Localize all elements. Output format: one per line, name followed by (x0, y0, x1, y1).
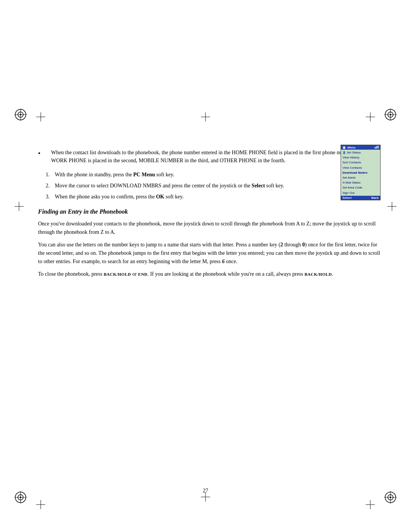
item-text-3: When the phone asks you to confirm, pres… (55, 193, 381, 201)
paragraph-2: You can also use the letters on the numb… (38, 241, 381, 265)
phone-menu-title: 📋 Menu (342, 146, 355, 149)
svg-text:📋: 📋 (342, 146, 346, 149)
phone-menu-items: 👤 Set Status View History Sort Contacts … (341, 150, 380, 196)
item-text-2: Move the cursor to select DOWNLOAD NMBRS… (55, 182, 381, 190)
page: • When the contact list downloads to the… (0, 0, 411, 532)
phone-footer: Select Back (341, 196, 380, 200)
page-number: 27 (203, 488, 208, 494)
svg-rect-25 (378, 145, 379, 149)
menu-item-set-status[interactable]: 👤 Set Status (341, 150, 380, 155)
numbered-list: 1. With the phone in standby, press the … (46, 171, 381, 201)
numbered-item-3: 3. When the phone asks you to confirm, p… (46, 193, 381, 201)
paragraph-3: To close the phonebook, press BACK/HOLD … (38, 270, 381, 278)
menu-item-view-history[interactable]: View History (341, 155, 380, 160)
bullet-section: • When the contact list downloads to the… (38, 149, 381, 165)
svg-rect-22 (374, 147, 375, 149)
phone-footer-select[interactable]: Select (342, 196, 352, 200)
numbered-item-1: 1. With the phone in standby, press the … (46, 171, 381, 179)
phone-footer-back[interactable]: Back (371, 196, 379, 200)
item-number-3: 3. (46, 193, 55, 201)
item-number-1: 1. (46, 171, 55, 179)
section-heading: Finding an Entry in the Phonebook (38, 208, 381, 215)
paragraph-1: Once you've downloaded your contacts to … (38, 220, 381, 236)
menu-item-view-contacts[interactable]: View Contacts (341, 165, 380, 170)
menu-item-sign-out[interactable]: Sign Out (341, 190, 380, 195)
numbered-item-2: 2. Move the cursor to select DOWNLOAD NM… (46, 182, 381, 190)
bullet-text: When the contact list downloads to the p… (43, 149, 381, 165)
bullet-dot: • (38, 149, 40, 159)
menu-item-mail-status[interactable]: ✉ Mail Status (341, 180, 380, 185)
mail-icon: ✉ (342, 181, 345, 185)
back-hold-text-2: BACK/HOLD (304, 272, 332, 276)
svg-rect-24 (377, 146, 378, 149)
end-text: END (138, 272, 148, 276)
svg-rect-23 (376, 147, 376, 149)
menu-item-sort-contacts[interactable]: Sort Contacts (341, 160, 380, 165)
back-hold-text-1: BACK/HOLD (104, 272, 131, 276)
item-text-1: With the phone in standby, press the PC … (55, 171, 381, 179)
phone-signal-icon (374, 145, 379, 149)
menu-item-set-area-code[interactable]: Set Area Code (341, 185, 380, 190)
phone-title-bar: 📋 Menu (341, 145, 380, 150)
item-number-2: 2. (46, 182, 55, 190)
menu-item-download-nmbrs[interactable]: Download Nmbrs (341, 170, 380, 175)
menu-item-set-alerts[interactable]: Set Alerts (341, 175, 380, 180)
person-icon: 👤 (342, 151, 346, 155)
main-content: • When the contact list downloads to the… (38, 149, 381, 278)
phone-screenshot: 📋 Menu 👤 (341, 145, 381, 200)
